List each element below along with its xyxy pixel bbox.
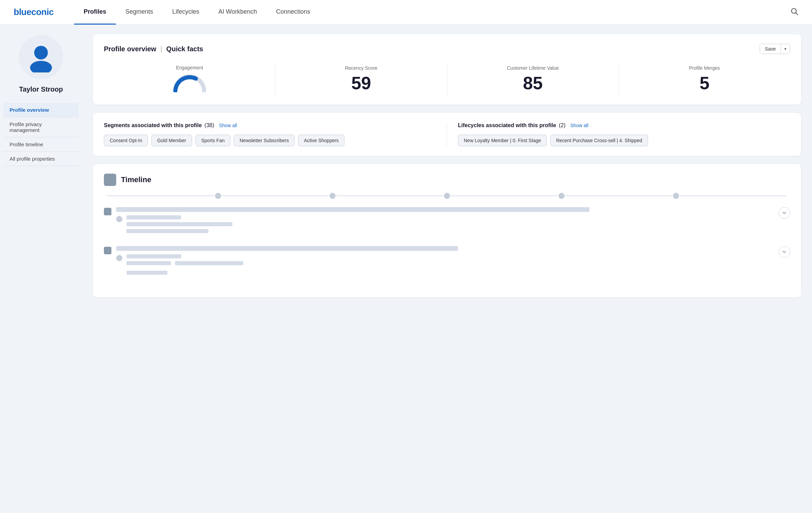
segment-tag-active-shoppers[interactable]: Active Shoppers xyxy=(298,135,344,146)
metric-profile-merges: Profile Merges 5 xyxy=(619,63,790,95)
nav-item-ai-workbench[interactable]: AI Workbench xyxy=(209,0,267,25)
page-layout: Taylor Stroop Profile overview Profile p… xyxy=(0,25,812,513)
timeline-bar-2 xyxy=(116,246,458,251)
lifecycles-tags: New Loyalty Member | 0. First Stage Rece… xyxy=(458,135,790,146)
title-divider: | xyxy=(160,45,162,53)
engagement-label: Engagement xyxy=(176,65,203,70)
card-title: Profile overview | Quick facts xyxy=(104,45,203,53)
timeline-dot-1 xyxy=(215,193,221,199)
timeline-line-3 xyxy=(336,195,443,196)
segment-tag-consent-opt-in[interactable]: Consent Opt-In xyxy=(104,135,148,146)
sidebar-item-timeline[interactable]: Profile timeline xyxy=(3,137,79,152)
timeline-entry-2-icon xyxy=(104,247,111,254)
segments-lifecycles-card: Segments associated with this profile (3… xyxy=(93,113,801,156)
sub-bar-med-2a xyxy=(126,261,171,265)
timeline-line-5 xyxy=(565,195,672,196)
timeline-header: Timeline xyxy=(104,174,790,186)
segments-count: (38) xyxy=(204,122,214,129)
sub-dot-1 xyxy=(116,216,122,222)
brand-logo: blueconic xyxy=(14,7,54,17)
sub-bar-short-1 xyxy=(126,215,181,219)
lifecycle-tag-recent-purchase[interactable]: Recent Purchase Cross-sell | 4. Shipped xyxy=(550,135,648,146)
sub-bar-med-1 xyxy=(126,229,208,233)
nav-item-connections[interactable]: Connections xyxy=(267,0,320,25)
sidebar-navigation: Profile overview Profile privacy managem… xyxy=(0,103,82,166)
timeline-line-2 xyxy=(222,195,329,196)
search-icon[interactable] xyxy=(790,7,798,17)
timeline-entry-1 xyxy=(104,207,790,240)
timeline-dots-row xyxy=(104,193,790,199)
clv-label: Customer Lifetime Value xyxy=(507,65,559,71)
segment-tag-sports-fan[interactable]: Sports Fan xyxy=(195,135,230,146)
profile-name: Taylor Stroop xyxy=(19,85,63,93)
nav-item-profiles[interactable]: Profiles xyxy=(74,0,116,25)
timeline-icon xyxy=(104,174,116,186)
sidebar-item-all-properties[interactable]: All profile properties xyxy=(3,152,79,166)
segments-column: Segments associated with this profile (3… xyxy=(104,122,447,146)
metric-clv: Customer Lifetime Value 85 xyxy=(447,63,619,95)
timeline-line-6 xyxy=(680,195,787,196)
profile-overview-card: Profile overview | Quick facts Save ▾ En… xyxy=(93,34,801,105)
timeline-dot-5 xyxy=(673,193,679,199)
timeline-bar-1 xyxy=(116,207,590,212)
svg-point-2 xyxy=(34,46,48,59)
timeline-dot-4 xyxy=(558,193,565,199)
sub-entry-2-content xyxy=(126,254,774,278)
lifecycles-show-all[interactable]: Show all xyxy=(570,123,588,128)
lifecycles-title-text: Lifecycles associated with this profile xyxy=(458,122,556,129)
lifecycle-tag-new-loyalty[interactable]: New Loyalty Member | 0. First Stage xyxy=(458,135,547,146)
top-navigation: blueconic Profiles Segments Lifecycles A… xyxy=(0,0,812,25)
segment-tag-newsletter-subscribers[interactable]: Newsletter Subscribers xyxy=(234,135,295,146)
sub-bar-med-2b xyxy=(175,261,243,265)
timeline-dot-2 xyxy=(329,193,336,199)
save-label: Save xyxy=(760,44,781,54)
timeline-expand-1[interactable] xyxy=(779,207,790,219)
timeline-sub-entry-1-1 xyxy=(116,215,774,236)
timeline-entry-1-body xyxy=(116,207,774,240)
main-content: Profile overview | Quick facts Save ▾ En… xyxy=(82,25,812,513)
sub-bar-long-1 xyxy=(126,222,232,226)
svg-point-3 xyxy=(30,61,52,72)
clv-value: 85 xyxy=(523,74,543,92)
timeline-entry-1-icon xyxy=(104,208,111,215)
profile-overview-title: Profile overview xyxy=(104,45,156,53)
segments-section-title: Segments associated with this profile (3… xyxy=(104,122,436,129)
timeline-card: Timeline xyxy=(93,164,801,297)
profile-merges-value: 5 xyxy=(700,74,709,92)
nav-links: Profiles Segments Lifecycles AI Workbenc… xyxy=(74,0,790,25)
timeline-line-1 xyxy=(107,195,214,196)
timeline-dot-3 xyxy=(444,193,450,199)
timeline-entry-2-body xyxy=(116,246,774,282)
segment-tag-gold-member[interactable]: Gold Member xyxy=(151,135,192,146)
lifecycles-section-title: Lifecycles associated with this profile … xyxy=(458,122,790,129)
lifecycles-count: (2) xyxy=(559,122,566,129)
segments-title-text: Segments associated with this profile xyxy=(104,122,202,129)
segments-tags: Consent Opt-In Gold Member Sports Fan Ne… xyxy=(104,135,436,146)
timeline-sub-entry-2-1 xyxy=(116,254,774,278)
sub-bar-short-2 xyxy=(126,254,181,258)
metric-recency-score: Recency Score 59 xyxy=(275,63,447,95)
sub-dot-2 xyxy=(116,255,122,261)
lifecycles-column: Lifecycles associated with this profile … xyxy=(447,122,790,146)
quick-facts-subtitle: Quick facts xyxy=(166,45,203,53)
metrics-row: Engagement Recency Score 59 xyxy=(104,62,790,95)
sub-bar-short-2b xyxy=(126,271,167,275)
timeline-title: Timeline xyxy=(121,175,151,184)
sidebar-item-profile-overview[interactable]: Profile overview xyxy=(3,103,79,117)
sidebar: Taylor Stroop Profile overview Profile p… xyxy=(0,25,82,513)
nav-item-segments[interactable]: Segments xyxy=(116,0,163,25)
sub-entry-1-content xyxy=(126,215,774,236)
sidebar-item-privacy[interactable]: Profile privacy management xyxy=(3,117,79,137)
timeline-line-4 xyxy=(451,195,558,196)
timeline-entry-2 xyxy=(104,246,790,282)
segments-show-all[interactable]: Show all xyxy=(219,123,237,128)
profile-merges-label: Profile Merges xyxy=(689,65,720,71)
timeline-expand-2[interactable] xyxy=(779,246,790,258)
avatar xyxy=(19,35,63,79)
recency-score-value: 59 xyxy=(351,74,371,92)
nav-item-lifecycles[interactable]: Lifecycles xyxy=(163,0,209,25)
recency-score-label: Recency Score xyxy=(345,65,377,71)
svg-line-1 xyxy=(796,13,798,15)
metric-engagement: Engagement xyxy=(104,62,275,95)
save-button[interactable]: Save ▾ xyxy=(760,44,790,54)
